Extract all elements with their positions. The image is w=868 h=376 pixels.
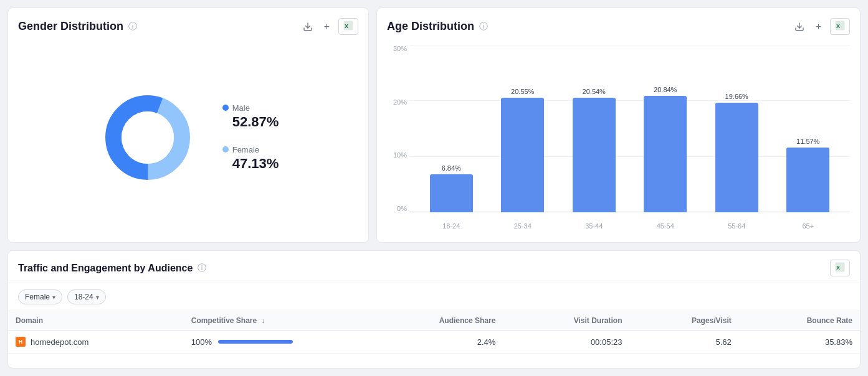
cell-visit-duration: 00:05:23 [503,331,629,354]
col-header-visit-duration: Visit Duration [503,311,629,331]
female-filter-dropdown[interactable]: Female ▾ [18,289,62,304]
competitive-share-bar-bg [218,340,293,344]
traffic-header: Traffic and Engagement by Audience ⓘ X [8,251,860,283]
age-distribution-card: Age Distribution ⓘ + X [376,7,861,243]
traffic-title: Traffic and Engagement by Audience [18,263,193,274]
bar-rect-35-44 [573,98,616,212]
female-filter-label: Female [25,293,50,301]
gender-add-button[interactable]: + [322,20,332,34]
female-legend-item: Female 47.13% [222,145,279,172]
svg-point-5 [122,111,174,164]
gender-excel-button[interactable]: X [338,18,358,35]
age-title-group: Age Distribution ⓘ [387,20,488,33]
domain-name: homedepot.com [31,337,88,347]
sort-icon-competitive: ↓ [262,317,265,324]
traffic-excel-button[interactable]: X [830,260,850,276]
x-label-45-54: 45-54 [630,222,702,230]
x-axis-labels: 18-24 25-34 35-44 45-54 55-64 65+ [409,212,850,230]
traffic-table-container: Domain Competitive Share ↓ Audience Shar… [8,311,860,354]
male-label: Male [232,103,250,113]
x-label-55-64: 55-64 [701,222,773,230]
col-header-bounce-rate: Bounce Rate [739,311,860,331]
age-card-header: Age Distribution ⓘ + X [387,18,850,35]
col-header-competitive-share[interactable]: Competitive Share ↓ [184,311,361,331]
x-label-25-34: 25-34 [487,222,559,230]
bar-45-54: 20.84% [630,45,702,212]
svg-text:X: X [836,23,840,29]
bar-pct-25-34: 20.55% [511,88,534,95]
age-chart-area: 30% 20% 10% 0% [387,42,850,232]
bars-group: 6.84% 20.55% 20.54% 20.84% [409,45,850,212]
age-download-button[interactable] [792,21,807,33]
y-label-10: 10% [393,151,407,159]
competitive-share-bar-fill [218,340,293,344]
bar-pct-55-64: 19.66% [725,93,748,100]
male-percentage: 52.87% [222,114,279,130]
bar-65plus: 11.57% [773,45,844,212]
bar-25-34: 20.55% [487,45,559,212]
cell-bounce-rate: 35.83% [739,331,860,354]
age-filter-chevron: ▾ [96,294,99,301]
bar-rect-55-64 [715,103,758,212]
svg-text:X: X [345,23,348,29]
x-label-65plus: 65+ [773,222,844,230]
gender-title-group: Gender Distribution ⓘ [18,20,137,33]
female-label: Female [232,145,259,154]
gender-card-actions: + X [300,18,358,35]
age-excel-button[interactable]: X [830,18,850,35]
bar-rect-25-34 [501,98,544,212]
homedepot-icon: H [16,337,26,347]
bar-35-44: 20.54% [558,45,630,212]
traffic-table-head: Domain Competitive Share ↓ Audience Shar… [8,311,860,331]
x-label-35-44: 35-44 [558,222,630,230]
traffic-title-group: Traffic and Engagement by Audience ⓘ [18,263,206,274]
bar-rect-18-24 [430,174,473,212]
cell-pages-visit: 5.62 [629,331,738,354]
competitive-share-value: 100% [191,337,212,347]
gender-donut-chart [98,88,198,187]
y-label-20: 20% [393,98,407,106]
female-percentage: 47.13% [222,156,279,172]
age-add-button[interactable]: + [813,20,824,34]
male-legend-dot [222,105,229,111]
traffic-table-body: H homedepot.com 100% [8,331,860,354]
female-filter-chevron: ▾ [52,294,55,301]
bar-18-24: 6.84% [416,45,487,212]
traffic-table: Domain Competitive Share ↓ Audience Shar… [8,311,860,354]
col-header-pages-visit: Pages/Visit [629,311,738,331]
age-card-title: Age Distribution [387,20,474,33]
y-label-0: 0% [397,205,407,212]
traffic-info-icon[interactable]: ⓘ [198,263,206,274]
svg-text:X: X [836,265,840,271]
gender-info-icon[interactable]: ⓘ [128,21,137,32]
bar-pct-45-54: 20.84% [654,86,677,93]
bar-55-64: 19.66% [701,45,773,212]
female-legend-dot [222,146,229,153]
y-label-30: 30% [393,45,407,52]
gender-download-button[interactable] [300,21,315,33]
bar-pct-18-24: 6.84% [442,164,461,172]
bar-rect-65plus [786,148,829,212]
x-label-18-24: 18-24 [416,222,487,230]
gender-legend: Male 52.87% Female 47.13% [222,103,279,172]
gender-card-title: Gender Distribution [18,20,123,33]
table-row: H homedepot.com 100% [8,331,860,354]
cell-domain: H homedepot.com [8,331,184,354]
traffic-engagement-section: Traffic and Engagement by Audience ⓘ X F… [7,250,861,369]
age-filter-dropdown[interactable]: 18-24 ▾ [67,289,106,304]
col-header-audience-share: Audience Share [361,311,503,331]
filters-row: Female ▾ 18-24 ▾ [8,283,860,311]
cell-audience-share: 2.4% [361,331,503,354]
competitive-share-content: 100% [191,337,353,347]
age-info-icon[interactable]: ⓘ [479,21,488,32]
gender-card-header: Gender Distribution ⓘ + X [18,18,358,35]
age-bar-chart: 30% 20% 10% 0% [387,45,850,230]
gender-chart-content: Male 52.87% Female 47.13% [18,42,358,232]
bar-rect-45-54 [644,96,687,212]
traffic-table-header-row: Domain Competitive Share ↓ Audience Shar… [8,311,860,331]
domain-cell-content: H homedepot.com [16,337,176,347]
bar-pct-65plus: 11.57% [796,138,819,145]
bar-pct-35-44: 20.54% [583,88,606,95]
male-legend-item: Male 52.87% [222,103,279,130]
age-filter-label: 18-24 [74,293,93,301]
